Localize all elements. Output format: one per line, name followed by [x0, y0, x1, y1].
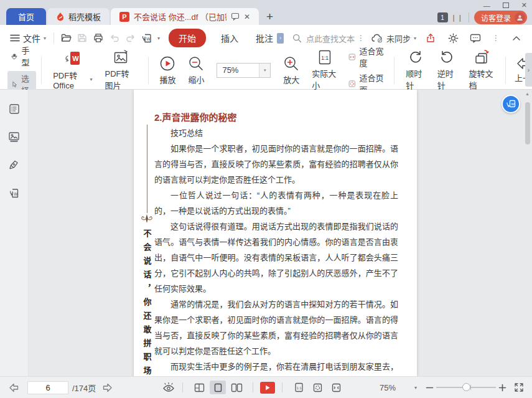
- pdf-to-image-button[interactable]: PDF转图片: [99, 49, 143, 91]
- slideshow-play-button[interactable]: [260, 382, 275, 394]
- divider: [469, 12, 469, 22]
- zoom-level-caret[interactable]: ▾: [259, 64, 270, 77]
- fullscreen-button[interactable]: [514, 382, 524, 392]
- menu-bar: 文件 ▾ W ▾ 开始 插入 批注 › 点此查找文本 ⋮ 未同步 ▾: [0, 25, 532, 51]
- actual-size-button[interactable]: 1:1 实际大小: [306, 49, 343, 91]
- file-menu[interactable]: 文件 ▾: [6, 32, 50, 44]
- print-button[interactable]: [90, 30, 106, 46]
- rotate-counterclockwise-button[interactable]: 逆时针: [431, 49, 463, 91]
- hand-tool-button[interactable]: 手型: [7, 43, 36, 69]
- view-mode-reader-button[interactable]: [191, 381, 207, 394]
- document-canvas[interactable]: 2.声音泄露你的秘密 不会说话，你还敢拼职场 技巧总结 如果你是一个求职者，初见…: [29, 90, 532, 376]
- page-number-input[interactable]: [27, 381, 68, 394]
- save-button[interactable]: [74, 30, 90, 46]
- toolbar-expand-button[interactable]: ›: [525, 53, 532, 87]
- zoom-caret-icon[interactable]: ▾: [414, 385, 417, 391]
- avatar-icon: [515, 12, 525, 23]
- feedback-button[interactable]: [467, 30, 483, 46]
- divider: [253, 382, 253, 392]
- window-minimize-button[interactable]: —: [483, 2, 490, 9]
- zoom-plus-button[interactable]: [498, 384, 506, 392]
- pdf-page[interactable]: 2.声音泄露你的秘密 不会说话，你还敢拼职场 技巧总结 如果你是一个求职者，初见…: [134, 90, 417, 376]
- fit-width-status-button[interactable]: [328, 381, 344, 394]
- export-word-button[interactable]: W: [139, 30, 155, 46]
- sidebar-export-word-button[interactable]: W: [6, 185, 22, 201]
- rotate-clockwise-button[interactable]: 顺时针: [399, 49, 431, 91]
- paragraph: 通常的情况是，我们会从对方的语言中探知对方的若干情况。如果你是一个求职者，初见面…: [154, 296, 398, 359]
- insert-menu[interactable]: 插入: [212, 32, 247, 44]
- open-file-button[interactable]: [58, 30, 74, 46]
- vertical-scrollbar[interactable]: ▲: [523, 90, 532, 376]
- tab-count-badge[interactable]: 1: [437, 12, 448, 22]
- zoom-level-select[interactable]: 75% ▾: [217, 63, 271, 78]
- start-menu-button[interactable]: 开始: [169, 29, 206, 47]
- play-button[interactable]: 播放: [153, 55, 182, 85]
- zoom-out-button[interactable]: 缩小: [182, 55, 210, 85]
- sidebar-thumbnail-button[interactable]: [6, 129, 22, 145]
- hamburger-icon: [10, 34, 20, 42]
- window-maximize-button[interactable]: [503, 2, 509, 8]
- guest-login-button[interactable]: 访客登录: [474, 11, 527, 24]
- fit-page-status-button[interactable]: [309, 381, 325, 394]
- word-convert-fab[interactable]: W: [502, 95, 520, 113]
- zoom-percent-label: 75%: [380, 383, 396, 392]
- tab-template[interactable]: 稻壳模板: [47, 8, 110, 25]
- zoom-minus-button[interactable]: [426, 384, 434, 392]
- pointer-tools: 手型 选择: [7, 43, 36, 97]
- share-button[interactable]: [422, 30, 439, 46]
- new-tab-button[interactable]: +: [259, 8, 281, 25]
- sidebar-outline-button[interactable]: [6, 101, 22, 117]
- file-menu-label: 文件: [23, 32, 40, 44]
- actual-size-status-button[interactable]: 1:1: [291, 381, 307, 394]
- pdf-to-office-button[interactable]: W PDF转Office▾: [47, 50, 98, 90]
- wps-pdf-window: — ✕ 首页 稻壳模板 P 不会说话 你还...df （已加密） ✕ + 1 ❘…: [0, 0, 532, 398]
- more-dots-icon[interactable]: ⋮: [355, 34, 367, 42]
- sidebar-signature-button[interactable]: [6, 157, 22, 173]
- chevron-down-icon: ▾: [44, 36, 46, 41]
- divider: [282, 382, 282, 392]
- redo-button[interactable]: [123, 30, 139, 46]
- divider: [505, 57, 506, 84]
- chevron-down-icon: ▾: [90, 77, 93, 82]
- prev-page-button[interactable]: [8, 382, 19, 393]
- rotate-document-button[interactable]: 旋转文档: [463, 49, 501, 91]
- zoom-slider[interactable]: [436, 383, 496, 392]
- settings-button[interactable]: [445, 30, 461, 46]
- scrollbar-thumb[interactable]: [525, 102, 530, 145]
- tab-document[interactable]: P 不会说话 你还...df （已加密） ✕: [111, 8, 259, 25]
- sync-status[interactable]: 未同步 ▾: [371, 32, 416, 44]
- annotate-expand-badge[interactable]: ›: [277, 33, 284, 44]
- search-input[interactable]: 点此查找文本: [292, 32, 355, 44]
- tab-close-icon[interactable]: ✕: [244, 12, 250, 21]
- main-area: W 2.声音泄露你的秘密 不会说话，你还敢拼职场 技巧总结 如果你是一个求职者，…: [0, 90, 532, 376]
- eye-protect-button[interactable]: [162, 382, 175, 393]
- menu-bar-right: 未同步 ▾ ⋮: [371, 30, 525, 46]
- scroll-up-arrow-icon[interactable]: ▲: [525, 92, 530, 96]
- divider: [41, 57, 42, 84]
- view-mode-single-page-button[interactable]: [210, 381, 226, 394]
- window-close-button[interactable]: ✕: [521, 1, 527, 9]
- pdf-file-icon: P: [119, 12, 129, 22]
- more-menu-button[interactable]: ⋮: [490, 34, 502, 42]
- zoom-slider-knob[interactable]: [462, 383, 470, 391]
- fit-width-button[interactable]: 适合宽度: [348, 45, 384, 69]
- page-text: 技巧总结 如果你是一个求职者，初见面时你的语言就是你的一面招牌。语言的得当与否，…: [154, 125, 398, 376]
- flourish-ornament-icon: [141, 213, 153, 227]
- word-convert-icon: W: [506, 100, 516, 109]
- cloud-unsync-icon: [371, 34, 383, 43]
- tab-list-icon[interactable]: ❘❘: [451, 14, 464, 22]
- zoom-out-icon: [188, 55, 204, 72]
- tab-comment-icon[interactable]: [231, 12, 240, 21]
- tab-home[interactable]: 首页: [6, 8, 46, 25]
- chevron-down-icon[interactable]: ▾: [157, 36, 160, 41]
- pdf-to-office-icon: W: [63, 50, 82, 67]
- svg-text:1:1: 1:1: [297, 386, 302, 390]
- collapse-toolbar-button[interactable]: [508, 30, 525, 46]
- undo-button[interactable]: [106, 30, 123, 46]
- svg-text:W: W: [511, 102, 515, 106]
- next-page-button[interactable]: [102, 382, 113, 393]
- view-mode-double-page-button[interactable]: [228, 381, 245, 394]
- zoom-level-value: 75%: [217, 65, 259, 75]
- tab-bar: — ✕ 首页 稻壳模板 P 不会说话 你还...df （已加密） ✕ + 1 ❘…: [0, 0, 532, 25]
- zoom-in-button[interactable]: 放大: [277, 55, 306, 85]
